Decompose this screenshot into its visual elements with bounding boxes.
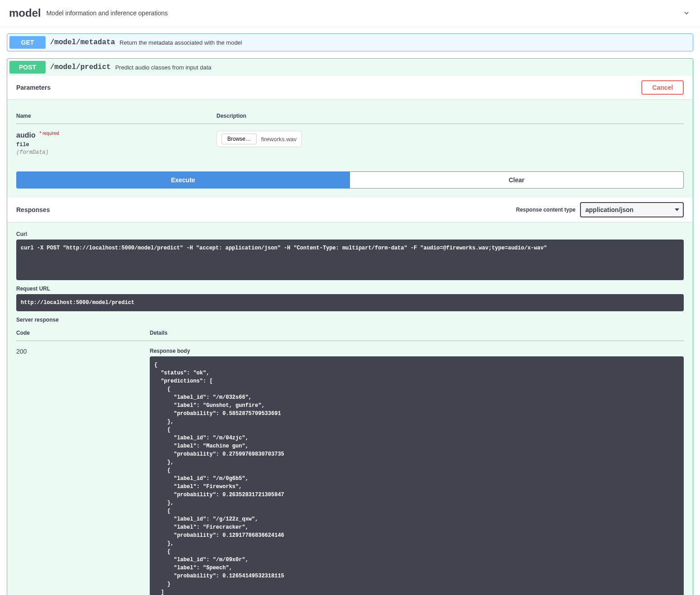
method-badge-get: GET <box>9 36 46 49</box>
clear-button[interactable]: Clear <box>350 171 684 189</box>
param-type: file <box>16 139 216 148</box>
content-type-select[interactable]: application/json <box>580 202 684 217</box>
opblock-body: Parameters Cancel Name Description audio… <box>7 76 693 595</box>
col-name: Name <box>16 108 216 124</box>
param-row: audio * required file (formData) Browse…… <box>16 124 684 162</box>
file-input[interactable]: Browse… fireworks.wav <box>216 131 302 147</box>
col-details: Details <box>150 325 684 341</box>
col-code: Code <box>16 325 150 341</box>
op-summary: Return the metadata associated with the … <box>120 39 242 46</box>
tag-description: Model information and inference operatio… <box>46 9 682 17</box>
request-url[interactable]: http://localhost:5000/model/predict <box>16 294 684 311</box>
method-badge-post: POST <box>9 61 46 74</box>
op-path: /model/metadata <box>50 38 115 46</box>
responses-header: Responses Response content type applicat… <box>7 198 693 222</box>
server-response-label: Server response <box>16 317 684 323</box>
opblock-summary[interactable]: POST /model/predict Predict audio classe… <box>7 59 693 76</box>
opblock-summary[interactable]: GET /model/metadata Return the metadata … <box>7 34 693 51</box>
execute-button[interactable]: Execute <box>16 171 350 189</box>
request-url-label: Request URL <box>16 286 684 292</box>
response-code: 200 <box>16 341 150 595</box>
content-type-label: Response content type <box>516 207 576 213</box>
param-required: * required <box>37 131 59 136</box>
response-row: 200 Response body { "status": "ok", "pre… <box>16 341 684 595</box>
col-description: Description <box>216 108 684 124</box>
parameters-table: Name Description audio * required file (… <box>16 108 684 162</box>
cancel-button[interactable]: Cancel <box>641 80 684 95</box>
param-in: (formData) <box>16 148 216 156</box>
curl-command[interactable]: curl -X POST "http://localhost:5000/mode… <box>16 240 684 280</box>
opblock-post-predict: POST /model/predict Predict audio classe… <box>7 58 693 595</box>
op-summary: Predict audio classes from input data <box>115 64 211 71</box>
execute-wrapper: Execute Clear <box>7 171 693 198</box>
responses-title: Responses <box>16 206 516 213</box>
param-name: audio <box>16 131 36 139</box>
parameters-title: Parameters <box>16 84 641 91</box>
responses-table: Code Details 200 Response body { "status… <box>16 325 684 595</box>
curl-label: Curl <box>16 231 684 237</box>
file-name: fireworks.wav <box>261 136 297 143</box>
chevron-down-icon <box>682 9 691 18</box>
response-body[interactable]: { "status": "ok", "predictions": [ { "la… <box>150 356 684 595</box>
browse-button[interactable]: Browse… <box>221 134 257 144</box>
tag-header[interactable]: model Model information and inference op… <box>0 0 700 27</box>
responses-inner: Curl curl -X POST "http://localhost:5000… <box>7 222 693 595</box>
op-path: /model/predict <box>50 63 111 71</box>
tag-name: model <box>9 7 41 19</box>
parameters-header: Parameters Cancel <box>7 76 693 99</box>
response-body-label: Response body <box>150 348 684 354</box>
opblock-get-metadata: GET /model/metadata Return the metadata … <box>7 33 693 51</box>
